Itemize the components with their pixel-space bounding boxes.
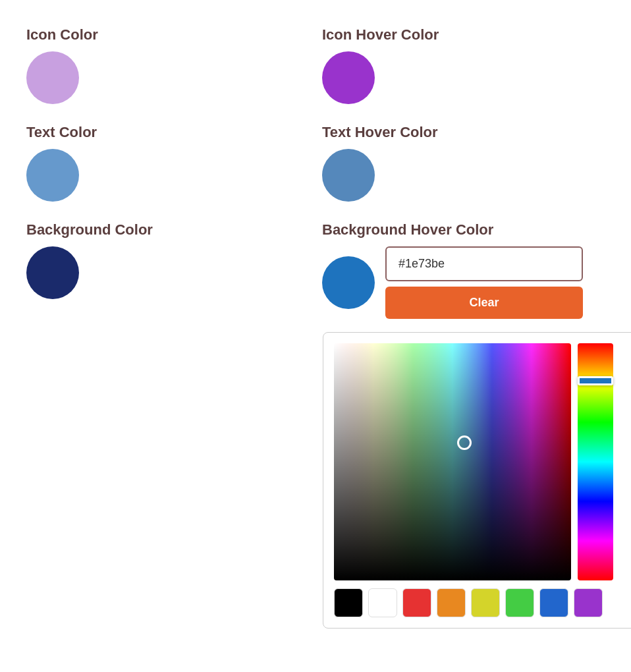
background-color-label: Background Color (26, 221, 309, 238)
picker-main-row (334, 343, 631, 580)
hue-slider-thumb (578, 376, 613, 385)
text-color-label: Text Color (26, 124, 309, 141)
swatch-black[interactable] (334, 588, 363, 617)
text-hover-color-label: Text Hover Color (322, 124, 605, 141)
background-hover-color-swatch[interactable] (322, 256, 375, 309)
text-color-swatch[interactable] (26, 149, 79, 202)
background-hover-color-label: Background Hover Color (322, 221, 605, 238)
text-hover-color-swatch[interactable] (322, 149, 375, 202)
background-hover-color-section: Background Hover Color Clear (322, 221, 605, 319)
swatch-blue[interactable] (539, 588, 568, 617)
color-swatches (334, 588, 631, 617)
swatch-green[interactable] (505, 588, 534, 617)
swatch-orange[interactable] (437, 588, 466, 617)
icon-hover-color-label: Icon Hover Color (322, 26, 605, 43)
background-color-swatch[interactable] (26, 246, 79, 299)
background-color-section: Background Color (26, 221, 309, 319)
bg-hover-row: Clear (322, 246, 605, 319)
icon-color-section: Icon Color (26, 26, 309, 104)
text-color-section: Text Color (26, 124, 309, 202)
hex-color-input[interactable] (385, 246, 583, 281)
icon-color-label: Icon Color (26, 26, 309, 43)
color-spectrum[interactable] (334, 343, 571, 580)
hue-slider[interactable] (578, 343, 613, 580)
icon-color-swatch[interactable] (26, 51, 79, 104)
text-hover-color-section: Text Hover Color (322, 124, 605, 202)
spectrum-cursor (457, 435, 472, 450)
clear-button[interactable]: Clear (385, 287, 583, 319)
swatch-purple[interactable] (574, 588, 603, 617)
hue-slider-container (578, 343, 613, 580)
swatch-red[interactable] (402, 588, 431, 617)
icon-hover-color-swatch[interactable] (322, 51, 375, 104)
color-grid: Icon Color Icon Hover Color Text Color T… (26, 26, 605, 319)
icon-hover-color-section: Icon Hover Color (322, 26, 605, 104)
color-picker-panel (323, 332, 631, 629)
swatch-yellow[interactable] (471, 588, 500, 617)
swatch-white[interactable] (368, 588, 397, 617)
